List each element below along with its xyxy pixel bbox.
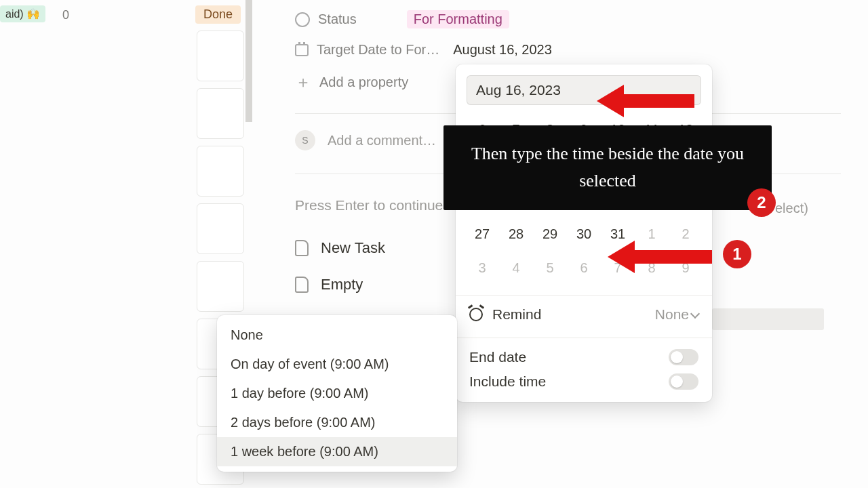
calendar-day[interactable]: 6 <box>570 257 598 279</box>
page-icon <box>295 277 309 293</box>
calendar-day[interactable]: 5 <box>536 257 564 279</box>
row-placeholder[interactable] <box>197 203 244 254</box>
new-task-label: New Task <box>321 239 385 257</box>
comment-placeholder: Add a comment… <box>328 133 436 148</box>
reminder-option[interactable]: On day of event (9:00 AM) <box>217 350 457 379</box>
include-time-label: Include time <box>469 373 546 390</box>
empty-label: Empty <box>321 276 363 293</box>
calendar-day[interactable]: 29 <box>536 223 564 245</box>
reminder-menu: NoneOn day of event (9:00 AM)1 day befor… <box>217 315 457 472</box>
row-placeholder[interactable] <box>197 88 244 139</box>
status-icon <box>295 12 310 27</box>
page-icon <box>295 240 309 256</box>
right-cut-hint: elect) <box>775 201 808 216</box>
add-property-label: Add a property <box>319 75 408 90</box>
row-placeholder[interactable] <box>197 261 244 312</box>
plus-icon: ＋ <box>295 71 311 93</box>
end-date-label: End date <box>469 349 526 365</box>
row-placeholder[interactable] <box>197 146 244 197</box>
count-zero: 0 <box>62 8 69 22</box>
done-tag: Done <box>195 5 241 24</box>
calendar-icon <box>295 44 309 56</box>
avatar: S <box>295 130 315 150</box>
calendar-day[interactable]: 27 <box>468 223 496 245</box>
step-badge-2: 2 <box>747 188 776 217</box>
include-time-row[interactable]: Include time <box>456 372 712 396</box>
alarm-icon <box>469 308 483 321</box>
reminder-option[interactable]: 2 days before (9:00 AM) <box>217 408 457 437</box>
status-row[interactable]: Status For Formatting <box>295 3 841 35</box>
date-picker-popover: Aug 16, 2023 678910111213141516171819202… <box>456 64 712 402</box>
calendar-day[interactable]: 30 <box>570 223 598 245</box>
group-badge: aid) 🙌 <box>0 5 45 22</box>
calendar-day[interactable]: 2 <box>671 223 700 245</box>
calendar-day[interactable]: 4 <box>502 257 530 279</box>
chevron-down-icon <box>690 308 700 318</box>
calendar-day[interactable]: 1 <box>637 223 666 245</box>
remind-label: Remind <box>492 306 541 323</box>
row-placeholder[interactable] <box>197 30 244 81</box>
group-badge-text: aid) 🙌 <box>5 7 40 20</box>
target-date-row[interactable]: Target Date to For… August 16, 2023 <box>295 35 841 64</box>
end-date-toggle[interactable] <box>669 349 698 365</box>
reminder-option[interactable]: None <box>217 321 457 350</box>
selected-row-highlight <box>712 308 824 330</box>
calendar-day[interactable]: 28 <box>502 223 530 245</box>
divider <box>456 338 712 338</box>
remind-value[interactable]: None <box>655 306 698 323</box>
reminder-option[interactable]: 1 week before (9:00 AM) <box>217 437 457 466</box>
status-value[interactable]: For Formatting <box>407 10 509 28</box>
calendar-day[interactable]: 3 <box>468 257 496 279</box>
divider <box>456 295 712 296</box>
remind-row[interactable]: Remind None <box>456 300 712 329</box>
include-time-toggle[interactable] <box>669 373 698 390</box>
step-badge-1: 1 <box>723 240 751 268</box>
reminder-option[interactable]: 1 day before (9:00 AM) <box>217 379 457 408</box>
end-date-row[interactable]: End date <box>456 342 712 372</box>
status-label: Status <box>318 12 357 27</box>
tutorial-tooltip: Then type the time beside the date you s… <box>443 125 772 210</box>
target-date-value[interactable]: August 16, 2023 <box>453 42 552 58</box>
target-date-label: Target Date to For… <box>317 42 439 58</box>
scrollbar[interactable] <box>245 0 252 122</box>
